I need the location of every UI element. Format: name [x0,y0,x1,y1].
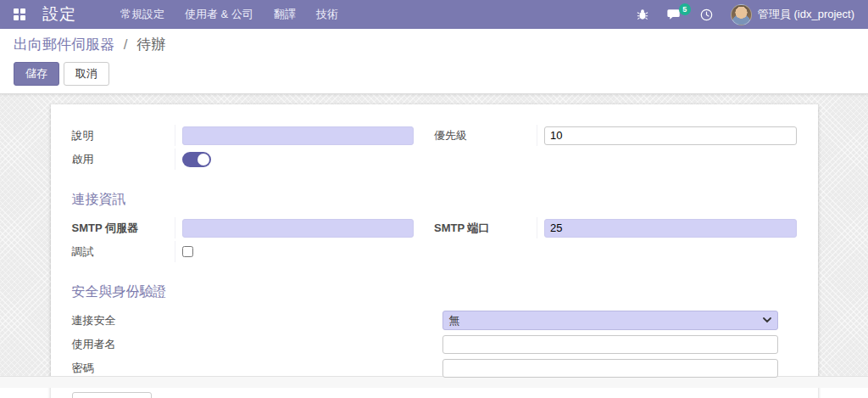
apps-grid-icon [14,8,25,20]
section-title-connection-info: 連接資訊 [72,191,797,209]
messages-count-badge: 5 [679,3,691,15]
group-connection-right: SMTP 端口 [434,217,797,265]
active-label: 啟用 [72,152,175,167]
username-field-cell [442,334,778,355]
priority-field-cell [537,125,797,146]
password-field-cell [442,357,778,378]
smtp-host-input[interactable] [182,219,415,238]
user-avatar [731,4,752,25]
password-input[interactable] [442,359,778,378]
group-security: 連接安全 無 使用者名 密碼 [72,310,797,378]
field-row-description: 說明 [72,125,415,146]
group-general-left: 說明 啟用 [72,125,435,172]
breadcrumb-current: 待辦 [136,36,165,53]
app-title[interactable]: 設定 [39,3,88,25]
connection-security-field-cell: 無 [442,310,778,331]
connection-security-label: 連接安全 [72,313,442,328]
debug-mode-button[interactable] [629,0,656,29]
password-label: 密碼 [72,361,442,376]
menu-technical[interactable]: 技術 [306,0,348,29]
discard-button[interactable]: 取消 [64,62,109,86]
section-title-security: 安全與身份驗證 [72,283,797,301]
debug-field-cell [175,241,415,262]
activities-menu-button[interactable] [693,0,721,29]
field-row-debug: 調試 [72,241,415,262]
form-sheet: 說明 啟用 優先級 [51,104,818,398]
navbar-right: 5 管理員 (idx_project) [629,0,861,29]
group-general-right: 優先級 [434,125,797,172]
field-row-smtp-host: SMTP 伺服器 [72,217,415,238]
user-name: 管理員 (idx_project) [758,7,854,22]
username-input[interactable] [442,335,778,354]
save-button[interactable]: 儲存 [14,62,59,86]
priority-input[interactable] [544,126,797,145]
app-menu: 常規設定 使用者 & 公司 翻譯 技術 [110,0,348,29]
odoo-settings-screen: 設定 常規設定 使用者 & 公司 翻譯 技術 [0,0,868,388]
field-row-smtp-port: SMTP 端口 [434,217,797,238]
toggle-knob [198,154,209,165]
debug-label: 調試 [72,244,175,260]
field-row-connection-security: 連接安全 無 [72,310,797,331]
debug-checkbox[interactable] [182,246,193,257]
smtp-host-label: SMTP 伺服器 [72,221,175,236]
breadcrumb-separator: / [124,36,128,53]
selected-option: 無 [449,313,460,328]
breadcrumb: 出向郵件伺服器 / 待辦 [14,35,854,54]
connection-security-select[interactable]: 無 [442,311,778,330]
priority-label: 優先級 [434,128,537,143]
apps-menu-button[interactable] [0,0,39,29]
field-row-password: 密碼 [72,357,797,378]
field-row-username: 使用者名 [72,334,797,355]
group-connection: SMTP 伺服器 調試 SMTP 端口 [72,217,797,265]
menu-users-companies[interactable]: 使用者 & 公司 [175,0,264,29]
description-input[interactable] [182,126,415,145]
breadcrumb-parent-link[interactable]: 出向郵件伺服器 [14,36,114,53]
chevron-down-icon [763,317,771,323]
active-field-cell [175,149,415,170]
smtp-host-field-cell [175,217,415,238]
group-general: 說明 啟用 優先級 [72,125,797,172]
description-field-cell [175,125,415,146]
messages-menu-button[interactable]: 5 [659,0,689,29]
user-menu-button[interactable]: 管理員 (idx_project) [724,0,861,29]
menu-general-settings[interactable]: 常規設定 [110,0,175,29]
test-connection-button[interactable]: 測試連接 [72,392,152,398]
control-panel: 出向郵件伺服器 / 待辦 儲存 取消 [0,29,868,94]
top-navbar: 設定 常規設定 使用者 & 公司 翻譯 技術 [0,0,868,29]
navbar-left: 設定 常規設定 使用者 & 公司 翻譯 技術 [0,0,348,29]
menu-translations[interactable]: 翻譯 [264,0,306,29]
description-label: 說明 [72,128,175,143]
smtp-port-input[interactable] [544,219,797,238]
field-row-active: 啟用 [72,149,415,170]
form-view-background: 說明 啟用 優先級 [0,94,868,376]
username-label: 使用者名 [72,337,442,352]
test-connection-row: 測試連接 [72,392,797,398]
smtp-port-label: SMTP 端口 [434,221,537,236]
active-toggle[interactable] [182,152,211,167]
group-connection-left: SMTP 伺服器 調試 [72,217,435,265]
clock-icon [700,8,713,21]
control-panel-buttons: 儲存 取消 [14,62,854,86]
bug-icon [637,8,648,20]
field-row-priority: 優先級 [434,125,797,146]
smtp-port-field-cell [537,217,797,238]
